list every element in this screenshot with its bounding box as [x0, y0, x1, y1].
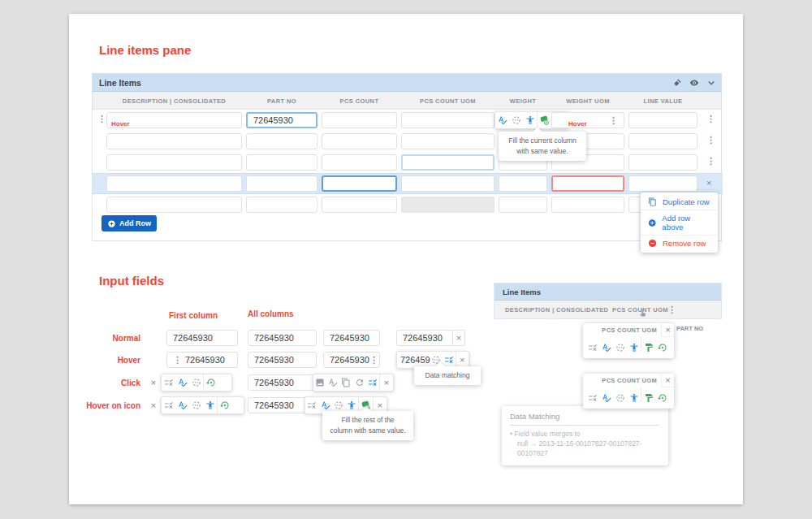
tooltip-fill-rest-of-column: Fill the rest of the column with same va…: [322, 411, 413, 440]
input-normal-all-2[interactable]: 72645930: [323, 330, 380, 346]
row4-part-no-field[interactable]: [246, 175, 317, 192]
row3-line-value-field[interactable]: [628, 154, 698, 171]
sync-icon[interactable]: [613, 387, 627, 409]
sync-icon[interactable]: [509, 112, 523, 128]
truncated-value[interactable]: 726459: [400, 355, 430, 365]
col-part-no: PART NO: [246, 97, 317, 105]
row5-weight-field[interactable]: [499, 197, 547, 213]
spellcheck-icon[interactable]: [599, 337, 613, 358]
copy-icon[interactable]: [339, 374, 352, 391]
data-matching-icon[interactable]: [162, 397, 175, 413]
row3-part-no-field[interactable]: [246, 154, 317, 171]
row3-pcs-count-field[interactable]: [322, 154, 397, 171]
paint-icon[interactable]: [641, 337, 655, 358]
tooltip-data-matching: Data matching: [414, 366, 481, 385]
data-matching-icon[interactable]: [585, 337, 599, 358]
row1-menu-icon[interactable]: ⋮: [706, 115, 715, 123]
row4-line-value-field[interactable]: [628, 175, 698, 192]
input-normal-first[interactable]: 72645930: [166, 330, 238, 346]
row3-menu-icon[interactable]: ⋮: [706, 157, 715, 166]
drag-handle-icon[interactable]: ⋮: [173, 356, 182, 365]
close-icon[interactable]: ×: [456, 352, 469, 368]
fill-column-icon[interactable]: [538, 112, 551, 128]
row2-pcs-count-field[interactable]: [322, 133, 397, 149]
sweep-icon[interactable]: [672, 78, 682, 88]
menu-item-add-row-above[interactable]: Add row above: [641, 210, 718, 235]
row1-weight-uom-field[interactable]: Hover ⋮: [551, 112, 624, 128]
row4-pcs-count-uom-field[interactable]: [401, 175, 495, 192]
menu-item-remove-row[interactable]: Remove row: [641, 235, 718, 251]
menu-item-duplicate-row[interactable]: Duplicate row: [641, 194, 718, 210]
row5-pcs-count-field[interactable]: [322, 197, 397, 213]
close-icon[interactable]: ×: [661, 323, 674, 337]
data-matching-icon[interactable]: [162, 374, 175, 391]
add-row-button[interactable]: Add Row: [102, 215, 157, 231]
tooltip-fill-current-column: Fill the current column with same value.: [499, 132, 586, 161]
row5-weight-uom-field[interactable]: [551, 197, 624, 213]
row4-weight-field[interactable]: [499, 175, 547, 192]
restore-icon[interactable]: [655, 387, 669, 409]
sync-icon[interactable]: [613, 337, 627, 358]
row2-pcs-count-uom-field[interactable]: [401, 133, 495, 149]
spellcheck-icon[interactable]: [175, 374, 189, 391]
data-matching-icon[interactable]: [585, 387, 599, 409]
field-kebab-icon[interactable]: ⋮: [609, 116, 618, 125]
chevron-down-icon[interactable]: [706, 78, 716, 88]
data-matching-icon[interactable]: [366, 374, 379, 391]
mini-col-kebab-icon[interactable]: ⋮: [667, 305, 676, 314]
label-state-hover: Hover: [84, 356, 140, 365]
person-icon[interactable]: [627, 387, 641, 409]
row2-part-no-field[interactable]: [246, 133, 317, 149]
history-icon[interactable]: [353, 374, 366, 391]
restore-icon[interactable]: [218, 397, 231, 413]
input-hover-first[interactable]: ⋮ 72645930: [166, 352, 238, 368]
input-normal-all-1[interactable]: 72645930: [248, 330, 317, 346]
restore-icon[interactable]: [655, 337, 669, 358]
spellcheck-icon[interactable]: [495, 112, 509, 128]
restore-icon[interactable]: [204, 374, 218, 391]
row4-weight-uom-field[interactable]: [551, 175, 624, 192]
input-click-all-1[interactable]: 72645930: [248, 374, 317, 391]
row2-description-field[interactable]: [106, 133, 242, 149]
field-kebab-icon[interactable]: ⋮: [369, 356, 378, 365]
close-icon[interactable]: ×: [148, 374, 159, 391]
eye-icon[interactable]: [689, 78, 699, 88]
row2-menu-icon[interactable]: ⋮: [706, 136, 715, 145]
row1-line-value-field[interactable]: [628, 112, 698, 128]
row3-description-field[interactable]: [106, 154, 242, 171]
row1-drag-handle[interactable]: ⋮: [97, 115, 106, 123]
spellcheck-icon[interactable]: [175, 397, 189, 413]
row3-pcs-count-uom-field[interactable]: [401, 154, 495, 171]
sync-icon[interactable]: [189, 397, 203, 413]
hover-icon-first-toolbar: [161, 396, 244, 414]
section-title-input-fields: Input fields: [99, 274, 164, 288]
row5-part-no-field[interactable]: [246, 197, 317, 213]
close-icon[interactable]: ×: [380, 374, 393, 391]
row1-pcs-count-field[interactable]: [322, 112, 397, 128]
row1-pcs-count-uom-field[interactable]: [401, 112, 495, 128]
row1-part-no-field[interactable]: 72645930: [246, 112, 317, 128]
design-spec-canvas: Line items pane Line Items DESCRIPTION |…: [0, 0, 812, 519]
paint-icon[interactable]: [641, 387, 655, 409]
label-state-click: Click: [84, 378, 140, 387]
row1-description-field[interactable]: Hover: [106, 112, 242, 128]
close-icon[interactable]: ×: [661, 374, 674, 387]
data-matching-icon[interactable]: [305, 397, 318, 413]
person-icon[interactable]: [523, 112, 537, 128]
image-icon[interactable]: [313, 374, 326, 391]
close-icon[interactable]: ×: [453, 330, 465, 346]
input-hover-all-2[interactable]: 72645930 ⋮: [323, 352, 380, 368]
row2-line-value-field[interactable]: [628, 133, 698, 149]
spellcheck-icon[interactable]: [326, 374, 339, 391]
spellcheck-icon[interactable]: [599, 387, 613, 409]
row4-pcs-count-field[interactable]: [322, 175, 397, 192]
row4-description-field[interactable]: [106, 175, 242, 192]
input-normal-all-3[interactable]: 72645930: [396, 330, 453, 346]
person-icon[interactable]: [203, 397, 217, 413]
input-hover-all-1[interactable]: 72645930: [248, 352, 317, 368]
close-icon[interactable]: ×: [148, 397, 159, 413]
row4-close-icon[interactable]: ×: [706, 179, 711, 188]
person-icon[interactable]: [627, 337, 641, 358]
sync-icon[interactable]: [189, 374, 203, 391]
row5-description-field[interactable]: [106, 197, 242, 213]
